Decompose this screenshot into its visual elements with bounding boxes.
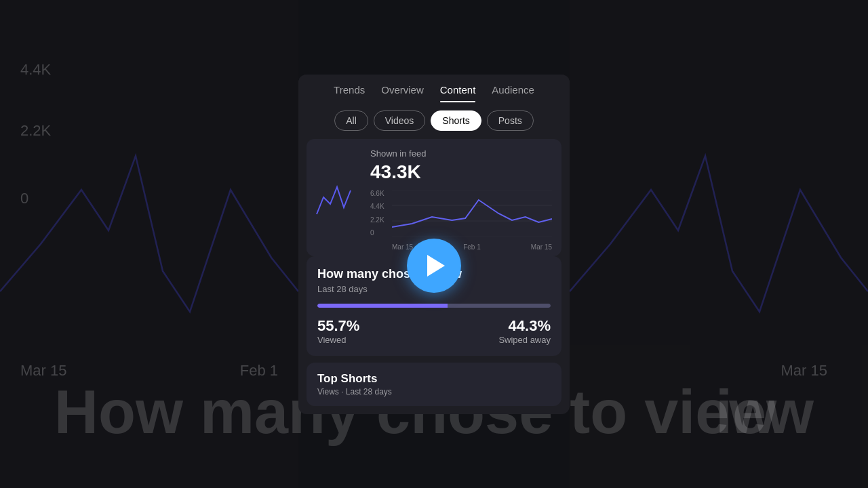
- y-label-44k: 4.4K: [370, 203, 384, 210]
- progress-viewed-bar: [317, 304, 448, 308]
- main-chart-svg: [392, 190, 552, 237]
- top-shorts-subtitle: Views · Last 28 days: [317, 387, 551, 396]
- filter-row: All Videos Shorts Posts: [298, 102, 570, 139]
- stats-right-panel: Shown in feed 43.3K 6.6K 4.4K 2.2K 0: [361, 139, 561, 256]
- filter-shorts[interactable]: Shorts: [431, 110, 481, 131]
- tab-audience[interactable]: Audience: [492, 84, 534, 102]
- tab-content[interactable]: Content: [440, 84, 476, 102]
- filter-all[interactable]: All: [334, 110, 368, 131]
- bg-left-chart-svg: [0, 54, 298, 393]
- bg-label-4k: 4.4K: [20, 61, 51, 79]
- x-label-feb1: Feb 1: [463, 243, 481, 251]
- tab-overview[interactable]: Overview: [381, 84, 424, 102]
- swiped-percent: 44.3%: [498, 317, 551, 335]
- mini-chart: 6.6K 4.4K 2.2K 0: [370, 190, 552, 251]
- top-shorts-card: Top Shorts Views · Last 28 days: [307, 363, 561, 406]
- chart-y-labels: 6.6K 4.4K 2.2K 0: [370, 190, 384, 237]
- play-icon: [427, 255, 445, 277]
- filter-videos[interactable]: Videos: [374, 110, 426, 131]
- bg-label-2k: 2.2K: [20, 122, 51, 140]
- swiped-label: Swiped away: [498, 335, 551, 345]
- x-label-mar15-left: Mar 15: [392, 243, 413, 251]
- bg-label-0: 0: [20, 190, 28, 207]
- progress-bar: [317, 304, 551, 308]
- stats-left-panel: [307, 139, 361, 256]
- bg-right-chart-svg: [570, 54, 868, 393]
- filter-posts[interactable]: Posts: [487, 110, 534, 131]
- progress-swiped-bar: [448, 304, 551, 308]
- chart-svg-area: [392, 190, 552, 237]
- bg-bottom-text-right: iew: [715, 378, 814, 447]
- x-label-mar15-right: Mar 15: [531, 243, 552, 251]
- y-label-66k: 6.6K: [370, 190, 384, 197]
- stat-viewed: 55.7% Viewed: [317, 317, 359, 345]
- tab-trends[interactable]: Trends: [334, 84, 365, 102]
- stats-feed-value: 43.3K: [370, 161, 552, 183]
- small-chart-left: [313, 170, 354, 224]
- y-label-22k: 2.2K: [370, 216, 384, 224]
- main-content-panel: Trends Overview Content Audience All Vid…: [298, 75, 570, 414]
- play-button[interactable]: [407, 239, 461, 293]
- viewed-percent: 55.7%: [317, 317, 359, 335]
- top-shorts-title: Top Shorts: [317, 372, 551, 386]
- nav-tabs: Trends Overview Content Audience: [298, 75, 570, 102]
- y-label-0: 0: [370, 229, 384, 237]
- stats-feed-label: Shown in feed: [370, 148, 552, 159]
- stat-swiped: 44.3% Swiped away: [498, 317, 551, 345]
- stats-row: 55.7% Viewed 44.3% Swiped away: [317, 317, 551, 345]
- viewed-label: Viewed: [317, 335, 359, 345]
